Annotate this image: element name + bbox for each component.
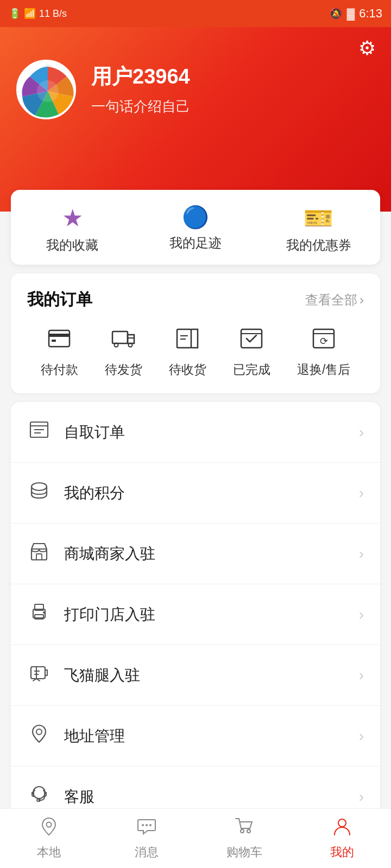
svg-rect-20 (31, 667, 45, 679)
svg-rect-3 (49, 334, 70, 337)
settings-icon[interactable]: ⚙ (358, 37, 376, 60)
favorites-label: 我的收藏 (46, 237, 98, 254)
svg-point-29 (247, 829, 250, 833)
print-store-label: 打印门店入驻 (64, 604, 359, 625)
notification-icon: 🔕 (329, 7, 343, 20)
svg-rect-5 (112, 331, 128, 343)
menu-item-mall-merchant[interactable]: 商城商家入驻 › (11, 524, 380, 584)
battery-icon: 🔋 (9, 8, 21, 20)
profile-row: 用户23964 一句话介绍自己 (16, 60, 375, 119)
nav-cart[interactable]: 购物车 (195, 816, 293, 860)
order-return[interactable]: ⟳ 退换/售后 (297, 326, 350, 378)
feimaotui-icon (27, 662, 51, 688)
order-pending-shipment[interactable]: 待发货 (105, 326, 142, 378)
coupons-label: 我的优惠券 (286, 237, 351, 254)
footprint-label: 我的足迹 (169, 234, 222, 252)
completed-icon (239, 326, 264, 355)
wifi-icon: 📶 (24, 8, 36, 20)
points-label: 我的积分 (64, 483, 359, 503)
feimaotui-label: 飞猫腿入驻 (64, 665, 359, 686)
svg-point-27 (149, 824, 152, 826)
svg-rect-4 (52, 340, 56, 342)
mall-merchant-icon (27, 541, 51, 566)
nav-mine[interactable]: 我的 (293, 816, 391, 860)
svg-point-24 (47, 822, 52, 827)
pending-shipment-icon (111, 326, 136, 355)
footprint-action[interactable]: 🔵 我的足迹 (134, 206, 257, 254)
menu-item-self-pickup[interactable]: 自取订单 › (11, 402, 380, 463)
orders-card: 我的订单 查看全部 › 待付款 (11, 273, 380, 393)
coupons-action[interactable]: 🎫 我的优惠券 (257, 206, 380, 254)
print-store-icon (27, 602, 51, 627)
favorites-icon: ★ (62, 206, 83, 230)
order-pending-receipt[interactable]: 待收货 (169, 326, 206, 378)
menu-item-feimaotui[interactable]: 飞猫腿入驻 › (11, 645, 380, 706)
address-arrow: › (359, 727, 364, 745)
pending-receipt-label: 待收货 (169, 361, 206, 378)
menu-item-points[interactable]: 我的积分 › (11, 463, 380, 524)
return-label: 退换/售后 (297, 361, 350, 378)
svg-point-13 (31, 483, 47, 490)
completed-label: 已完成 (233, 361, 270, 378)
svg-point-19 (43, 611, 45, 614)
nav-local[interactable]: 本地 (0, 816, 98, 860)
profile-bio: 一句话介绍自己 (91, 97, 190, 116)
svg-point-26 (146, 824, 148, 826)
messages-label: 消息 (135, 844, 159, 860)
svg-rect-15 (36, 554, 42, 560)
address-icon (27, 723, 51, 749)
self-pickup-arrow: › (359, 424, 364, 441)
pending-payment-icon (47, 326, 72, 355)
mall-merchant-label: 商城商家入驻 (64, 544, 359, 564)
orders-view-all[interactable]: 查看全部 › (305, 291, 364, 309)
orders-title: 我的订单 (27, 289, 92, 311)
svg-point-30 (338, 819, 346, 827)
mine-label: 我的 (330, 844, 354, 860)
svg-point-21 (36, 729, 42, 735)
quick-actions-card: ★ 我的收藏 🔵 我的足迹 🎫 我的优惠券 (11, 190, 380, 265)
pending-payment-label: 待付款 (41, 361, 78, 378)
svg-point-22 (33, 787, 45, 799)
menu-card: 自取订单 › 我的积分 › 商城商家入驻 › (11, 402, 380, 827)
order-completed[interactable]: 已完成 (233, 326, 270, 378)
customer-service-label: 客服 (64, 787, 359, 807)
status-time: 6:13 (359, 7, 382, 21)
points-arrow: › (359, 484, 364, 502)
self-pickup-icon (27, 419, 51, 445)
pending-receipt-icon (175, 326, 200, 355)
return-icon: ⟳ (311, 326, 336, 355)
coupons-icon: 🎫 (304, 206, 333, 230)
local-label: 本地 (37, 844, 61, 860)
cart-label: 购物车 (226, 844, 262, 860)
footprint-icon: 🔵 (182, 206, 209, 228)
messages-icon (137, 816, 156, 841)
orders-header: 我的订单 查看全部 › (27, 289, 364, 311)
nav-messages[interactable]: 消息 (98, 816, 195, 860)
svg-rect-9 (241, 329, 262, 348)
menu-item-address[interactable]: 地址管理 › (11, 706, 380, 767)
profile-header: ⚙ 用户23964 一句话介绍自己 (0, 27, 391, 212)
mall-merchant-arrow: › (359, 545, 364, 563)
favorites-action[interactable]: ★ 我的收藏 (11, 206, 134, 254)
svg-point-28 (241, 829, 244, 833)
address-label: 地址管理 (64, 726, 359, 746)
profile-name: 用户23964 (91, 63, 190, 91)
cart-icon (235, 816, 254, 841)
svg-point-1 (37, 80, 59, 102)
mine-icon (332, 816, 352, 841)
speed-indicator: 11 B/s (39, 8, 67, 20)
bottom-nav: 本地 消息 购物车 我的 (0, 808, 391, 868)
feimaotui-arrow: › (359, 667, 364, 684)
status-left: 🔋 📶 11 B/s (9, 8, 67, 20)
battery-icon-right: ▓ (347, 8, 355, 20)
points-icon (27, 480, 51, 506)
print-store-arrow: › (359, 606, 364, 623)
svg-rect-2 (49, 330, 70, 347)
self-pickup-label: 自取订单 (64, 422, 359, 443)
avatar[interactable] (16, 60, 76, 119)
status-bar: 🔋 📶 11 B/s 🔕 ▓ 6:13 (0, 0, 391, 27)
customer-service-icon (27, 784, 51, 809)
menu-item-print-store[interactable]: 打印门店入驻 › (11, 584, 380, 645)
order-pending-payment[interactable]: 待付款 (41, 326, 78, 378)
pending-shipment-label: 待发货 (105, 361, 142, 378)
